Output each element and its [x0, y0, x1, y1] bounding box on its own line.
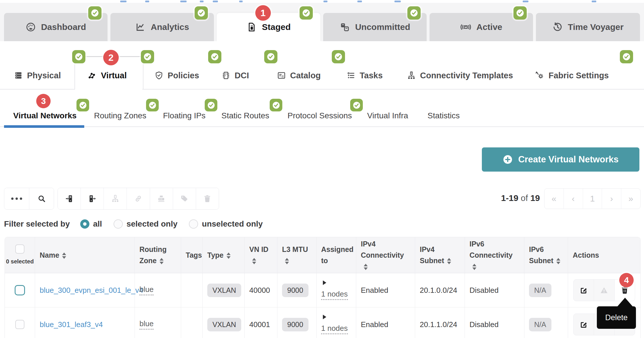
sort-icon[interactable] [556, 258, 560, 264]
sort-icon[interactable] [472, 264, 476, 270]
tab-physical[interactable]: Physical [14, 69, 61, 82]
ipv4-subnet-cell: 20.1.0.0/24 [415, 273, 465, 307]
ipv6-connectivity-cell: Disabled [465, 307, 524, 338]
last-page-button[interactable]: » [621, 189, 640, 209]
edit-button[interactable] [574, 280, 594, 301]
sort-icon[interactable] [285, 258, 289, 264]
clipped-text-fragment [592, 1, 596, 2]
column-header-routing-zone[interactable]: Routing Zone [135, 237, 181, 273]
table-row: blue_301_leaf3_v4 blue VXLAN 40001 9000 … [5, 307, 640, 338]
rack-button [150, 188, 173, 209]
plus-circle-icon [503, 154, 513, 165]
sort-icon[interactable] [62, 252, 66, 259]
column-header-vn-id[interactable]: VN ID [245, 237, 277, 273]
check-badge-icon [620, 50, 633, 63]
virtual-network-icon [87, 71, 97, 80]
clipped-text-fragment [323, 1, 327, 2]
sort-icon[interactable] [227, 252, 231, 259]
link-icon [134, 194, 143, 203]
edit-icon [579, 286, 588, 295]
column-header-l3-mtu[interactable]: L3 MTU [277, 237, 317, 273]
fabric-settings-icon [535, 71, 545, 80]
filter-selected-only-label[interactable]: selected only [126, 219, 177, 229]
tab-catalog[interactable]: Catalog [277, 69, 321, 82]
export-button[interactable] [81, 188, 104, 209]
tab-policies[interactable]: Policies [154, 69, 199, 82]
tab-dci[interactable]: DCI [221, 69, 249, 82]
assigned-nodes-link[interactable]: 1 nodes [321, 324, 348, 334]
expand-caret-icon[interactable] [323, 315, 326, 319]
tab-label: Time Voyager [568, 22, 624, 32]
column-header-ipv6-connectivity[interactable]: IPv6 Connectivity [465, 237, 524, 273]
tab-floating-ips[interactable]: Floating IPs [163, 110, 206, 122]
filter-unselected-only-label[interactable]: unselected only [202, 219, 263, 229]
search-button[interactable] [29, 188, 54, 209]
check-badge-icon [208, 50, 221, 63]
tab-label: Floating IPs [163, 111, 206, 120]
tab-label: DCI [235, 71, 249, 80]
sort-icon[interactable] [252, 258, 256, 264]
tab-fabric-settings[interactable]: Fabric Settings [535, 69, 609, 82]
tab-tasks[interactable]: Tasks [346, 69, 383, 82]
filter-selected-only-radio[interactable] [114, 219, 123, 229]
physical-servers-icon [14, 71, 23, 80]
routing-zone-link[interactable]: blue [139, 319, 154, 330]
next-page-button[interactable]: › [602, 189, 621, 209]
delete-tooltip: Delete [597, 306, 636, 329]
edit-button[interactable] [574, 314, 594, 335]
tab-static-routes[interactable]: Static Routes [221, 110, 269, 122]
filter-label: Filter selected by [4, 219, 70, 229]
tab-label: Fabric Settings [549, 71, 609, 80]
select-all-checkbox[interactable] [15, 244, 24, 254]
sort-icon[interactable] [160, 258, 164, 264]
row-checkbox[interactable] [15, 285, 25, 295]
virtual-network-link[interactable]: blue_300_evpn_esi_001_le_v4 [40, 286, 143, 295]
clipped-text-fragment [180, 1, 187, 2]
column-header-assigned-to: Assigned to [317, 237, 356, 273]
filter-all-radio[interactable] [80, 219, 89, 229]
page-of-label: of [521, 193, 528, 203]
check-badge-icon [146, 99, 159, 111]
tab-label: Dashboard [41, 22, 86, 32]
virtual-network-link[interactable]: blue_301_leaf3_v4 [40, 320, 103, 329]
sort-icon[interactable] [447, 258, 451, 264]
tag-icon [180, 194, 189, 203]
expand-caret-icon[interactable] [323, 280, 326, 285]
more-options-button[interactable] [4, 188, 29, 209]
first-page-button[interactable]: « [545, 189, 564, 209]
filter-unselected-only-radio[interactable] [189, 219, 198, 229]
column-header-type[interactable]: Type [203, 237, 245, 273]
tab-virtual-infra[interactable]: Virtual Infra [367, 110, 408, 122]
staged-file-icon [246, 22, 257, 32]
tab-virtual-networks[interactable]: Virtual Networks [13, 110, 76, 122]
search-icon [37, 194, 46, 203]
import-button[interactable] [58, 188, 81, 209]
table-header-row: 0 selected Name Routing Zone Tags Type V… [5, 237, 640, 273]
tab-time-voyager[interactable]: Time Voyager [536, 13, 640, 41]
filter-all-label[interactable]: all [93, 219, 102, 229]
tab-protocol-sessions[interactable]: Protocol Sessions [288, 110, 352, 122]
tab-statistics[interactable]: Statistics [428, 110, 460, 122]
tab-routing-zones[interactable]: Routing Zones [94, 110, 146, 122]
column-header-ipv4-connectivity[interactable]: IPv4 Connectivity [356, 237, 415, 273]
tab-label: Physical [27, 71, 61, 80]
routing-zone-link[interactable]: blue [139, 285, 154, 295]
row-checkbox[interactable] [15, 320, 24, 329]
sort-icon[interactable] [364, 264, 368, 270]
clipped-text-fragment [120, 1, 126, 2]
column-header-ipv4-subnet[interactable]: IPv4 Subnet [415, 237, 465, 273]
check-badge-icon [88, 6, 101, 20]
prev-page-button[interactable]: ‹ [564, 189, 583, 209]
create-virtual-networks-button[interactable]: Create Virtual Networks [482, 147, 639, 172]
column-header-ipv6-subnet[interactable]: IPv6 Subnet [524, 237, 568, 273]
assigned-to-cell: 1 nodes [317, 307, 356, 338]
tab-label: Catalog [290, 71, 321, 80]
tags-cell [181, 273, 203, 307]
routing-zone-cell: blue [135, 273, 181, 307]
assigned-nodes-link[interactable]: 1 nodes [321, 290, 348, 300]
tab-connectivity-templates[interactable]: Connectivity Templates [407, 69, 513, 82]
check-badge-icon [141, 50, 154, 63]
current-page-button[interactable]: 1 [583, 189, 602, 209]
tab-virtual[interactable]: Virtual [87, 69, 127, 82]
column-header-name[interactable]: Name [35, 237, 135, 273]
